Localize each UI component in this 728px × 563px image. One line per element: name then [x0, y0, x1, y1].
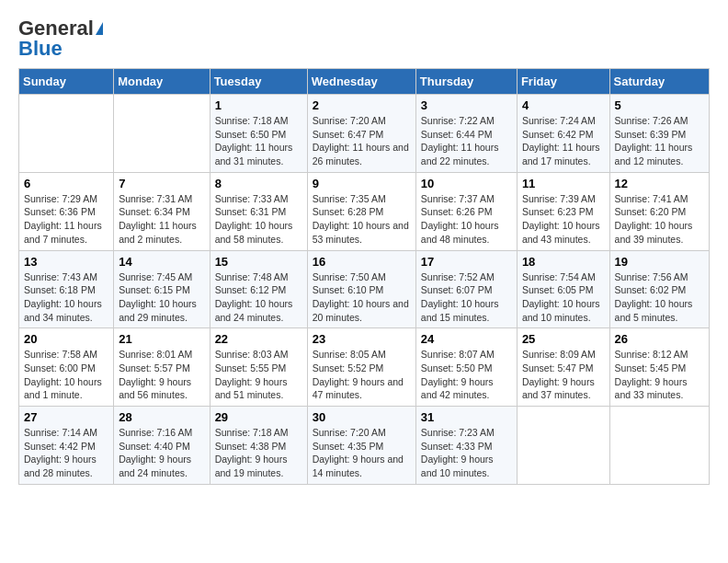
day-number: 19 [615, 255, 704, 269]
day-info: Sunrise: 7:52 AM Sunset: 6:07 PM Dayligh… [421, 270, 512, 325]
day-number: 21 [119, 332, 204, 346]
calendar-cell: 8Sunrise: 7:33 AM Sunset: 6:31 PM Daylig… [210, 172, 307, 250]
header-monday: Monday [114, 69, 210, 95]
day-info: Sunrise: 7:14 AM Sunset: 4:42 PM Dayligh… [24, 426, 108, 480]
day-info: Sunrise: 7:56 AM Sunset: 6:02 PM Dayligh… [615, 270, 704, 325]
day-info: Sunrise: 8:12 AM Sunset: 5:45 PM Dayligh… [615, 348, 704, 402]
calendar-cell: 26Sunrise: 8:12 AM Sunset: 5:45 PM Dayli… [609, 328, 709, 407]
day-info: Sunrise: 7:18 AM Sunset: 4:38 PM Dayligh… [215, 426, 302, 480]
calendar-table: SundayMondayTuesdayWednesdayThursdayFrid… [18, 68, 710, 485]
calendar-header-row: SundayMondayTuesdayWednesdayThursdayFrid… [19, 69, 710, 95]
day-number: 5 [615, 98, 704, 112]
header-wednesday: Wednesday [307, 69, 415, 95]
header-friday: Friday [517, 69, 609, 95]
day-number: 20 [24, 332, 108, 346]
calendar-cell: 2Sunrise: 7:20 AM Sunset: 6:47 PM Daylig… [307, 95, 415, 173]
day-info: Sunrise: 7:58 AM Sunset: 6:00 PM Dayligh… [24, 348, 108, 402]
day-info: Sunrise: 7:22 AM Sunset: 6:44 PM Dayligh… [421, 114, 512, 168]
calendar-cell: 13Sunrise: 7:43 AM Sunset: 6:18 PM Dayli… [19, 250, 114, 328]
calendar-cell [609, 407, 709, 485]
calendar-week-row: 13Sunrise: 7:43 AM Sunset: 6:18 PM Dayli… [19, 250, 710, 328]
day-info: Sunrise: 7:24 AM Sunset: 6:42 PM Dayligh… [522, 114, 605, 168]
logo-triangle-icon [96, 22, 103, 35]
calendar-cell: 11Sunrise: 7:39 AM Sunset: 6:23 PM Dayli… [517, 172, 609, 250]
day-info: Sunrise: 7:39 AM Sunset: 6:23 PM Dayligh… [522, 192, 605, 247]
day-number: 8 [215, 177, 302, 190]
day-info: Sunrise: 7:35 AM Sunset: 6:28 PM Dayligh… [313, 192, 411, 247]
day-number: 2 [313, 98, 411, 112]
day-info: Sunrise: 7:20 AM Sunset: 6:47 PM Dayligh… [313, 114, 411, 168]
calendar-cell: 20Sunrise: 7:58 AM Sunset: 6:00 PM Dayli… [19, 328, 114, 407]
calendar-cell: 24Sunrise: 8:07 AM Sunset: 5:50 PM Dayli… [415, 328, 517, 407]
calendar-cell: 23Sunrise: 8:05 AM Sunset: 5:52 PM Dayli… [307, 328, 415, 407]
day-info: Sunrise: 7:54 AM Sunset: 6:05 PM Dayligh… [522, 270, 605, 325]
day-number: 12 [615, 177, 704, 190]
day-number: 11 [522, 177, 605, 190]
day-number: 16 [313, 255, 411, 269]
calendar-cell: 14Sunrise: 7:45 AM Sunset: 6:15 PM Dayli… [114, 250, 210, 328]
day-info: Sunrise: 7:23 AM Sunset: 4:33 PM Dayligh… [421, 426, 512, 480]
day-number: 6 [24, 177, 108, 190]
page-header: General Blue [18, 18, 710, 59]
day-number: 26 [615, 332, 704, 346]
header-thursday: Thursday [415, 69, 517, 95]
calendar-cell: 18Sunrise: 7:54 AM Sunset: 6:05 PM Dayli… [517, 250, 609, 328]
logo-blue: Blue [18, 39, 63, 59]
day-number: 29 [215, 410, 302, 424]
calendar-week-row: 1Sunrise: 7:18 AM Sunset: 6:50 PM Daylig… [19, 95, 710, 173]
calendar-cell: 17Sunrise: 7:52 AM Sunset: 6:07 PM Dayli… [415, 250, 517, 328]
day-info: Sunrise: 7:26 AM Sunset: 6:39 PM Dayligh… [615, 114, 704, 168]
calendar-cell: 21Sunrise: 8:01 AM Sunset: 5:57 PM Dayli… [114, 328, 210, 407]
calendar-cell: 31Sunrise: 7:23 AM Sunset: 4:33 PM Dayli… [415, 407, 517, 485]
day-info: Sunrise: 7:31 AM Sunset: 6:34 PM Dayligh… [119, 192, 204, 247]
day-number: 31 [421, 410, 512, 424]
day-number: 18 [522, 255, 605, 269]
calendar-cell: 1Sunrise: 7:18 AM Sunset: 6:50 PM Daylig… [210, 95, 307, 173]
day-number: 28 [119, 410, 204, 424]
calendar-cell: 25Sunrise: 8:09 AM Sunset: 5:47 PM Dayli… [517, 328, 609, 407]
day-number: 3 [421, 98, 512, 112]
calendar-cell: 3Sunrise: 7:22 AM Sunset: 6:44 PM Daylig… [415, 95, 517, 173]
day-number: 9 [313, 177, 411, 190]
day-info: Sunrise: 7:45 AM Sunset: 6:15 PM Dayligh… [119, 270, 204, 325]
calendar-cell: 30Sunrise: 7:20 AM Sunset: 4:35 PM Dayli… [307, 407, 415, 485]
calendar-cell: 27Sunrise: 7:14 AM Sunset: 4:42 PM Dayli… [19, 407, 114, 485]
calendar-week-row: 27Sunrise: 7:14 AM Sunset: 4:42 PM Dayli… [19, 407, 710, 485]
day-number: 17 [421, 255, 512, 269]
calendar-cell: 5Sunrise: 7:26 AM Sunset: 6:39 PM Daylig… [609, 95, 709, 173]
day-info: Sunrise: 8:01 AM Sunset: 5:57 PM Dayligh… [119, 348, 204, 402]
day-info: Sunrise: 8:05 AM Sunset: 5:52 PM Dayligh… [313, 348, 411, 402]
calendar-week-row: 20Sunrise: 7:58 AM Sunset: 6:00 PM Dayli… [19, 328, 710, 407]
calendar-cell: 9Sunrise: 7:35 AM Sunset: 6:28 PM Daylig… [307, 172, 415, 250]
calendar-cell: 6Sunrise: 7:29 AM Sunset: 6:36 PM Daylig… [19, 172, 114, 250]
header-tuesday: Tuesday [210, 69, 307, 95]
calendar-cell: 7Sunrise: 7:31 AM Sunset: 6:34 PM Daylig… [114, 172, 210, 250]
day-number: 25 [522, 332, 605, 346]
day-info: Sunrise: 7:41 AM Sunset: 6:20 PM Dayligh… [615, 192, 704, 247]
day-info: Sunrise: 7:18 AM Sunset: 6:50 PM Dayligh… [215, 114, 302, 168]
day-info: Sunrise: 7:48 AM Sunset: 6:12 PM Dayligh… [215, 270, 302, 325]
day-info: Sunrise: 8:07 AM Sunset: 5:50 PM Dayligh… [421, 348, 512, 402]
day-number: 23 [313, 332, 411, 346]
day-info: Sunrise: 8:09 AM Sunset: 5:47 PM Dayligh… [522, 348, 605, 402]
calendar-cell: 15Sunrise: 7:48 AM Sunset: 6:12 PM Dayli… [210, 250, 307, 328]
day-info: Sunrise: 7:16 AM Sunset: 4:40 PM Dayligh… [119, 426, 204, 480]
header-sunday: Sunday [19, 69, 114, 95]
day-info: Sunrise: 7:29 AM Sunset: 6:36 PM Dayligh… [24, 192, 108, 247]
calendar-cell: 29Sunrise: 7:18 AM Sunset: 4:38 PM Dayli… [210, 407, 307, 485]
calendar-week-row: 6Sunrise: 7:29 AM Sunset: 6:36 PM Daylig… [19, 172, 710, 250]
day-number: 13 [24, 255, 108, 269]
day-number: 10 [421, 177, 512, 190]
day-info: Sunrise: 7:50 AM Sunset: 6:10 PM Dayligh… [313, 270, 411, 325]
calendar-cell: 19Sunrise: 7:56 AM Sunset: 6:02 PM Dayli… [609, 250, 709, 328]
calendar-cell: 22Sunrise: 8:03 AM Sunset: 5:55 PM Dayli… [210, 328, 307, 407]
day-info: Sunrise: 7:37 AM Sunset: 6:26 PM Dayligh… [421, 192, 512, 247]
day-number: 30 [313, 410, 411, 424]
calendar-cell [517, 407, 609, 485]
calendar-cell: 16Sunrise: 7:50 AM Sunset: 6:10 PM Dayli… [307, 250, 415, 328]
day-number: 4 [522, 98, 605, 112]
day-info: Sunrise: 7:33 AM Sunset: 6:31 PM Dayligh… [215, 192, 302, 247]
calendar-cell: 12Sunrise: 7:41 AM Sunset: 6:20 PM Dayli… [609, 172, 709, 250]
logo: General Blue [18, 18, 103, 59]
day-number: 27 [24, 410, 108, 424]
